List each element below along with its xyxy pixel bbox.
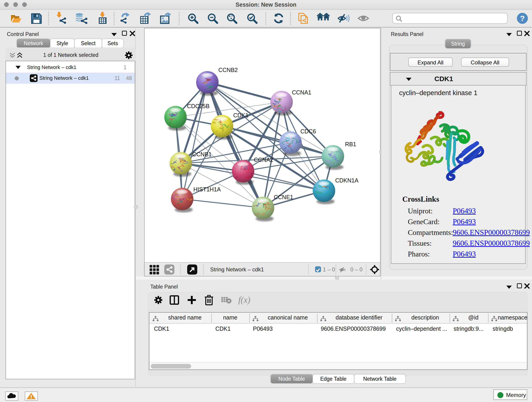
svg-text:CDKN1A: CDKN1A (335, 177, 359, 184)
svg-text:CCNB2: CCNB2 (218, 67, 238, 73)
svg-text:RB1: RB1 (345, 141, 356, 147)
svg-text:HIST1H1A: HIST1H1A (193, 186, 221, 192)
svg-text:CCNA2: CCNA2 (254, 157, 273, 163)
svg-text:CCNA1: CCNA1 (292, 89, 311, 96)
svg-text:CCNE1: CCNE1 (274, 194, 293, 200)
svg-text:CDK1: CDK1 (233, 112, 249, 119)
svg-text:CDC6: CDC6 (300, 128, 316, 134)
svg-text:CDC25B: CDC25B (187, 103, 210, 109)
svg-text:?: ? (520, 14, 525, 23)
svg-text:CCNB1: CCNB1 (192, 151, 212, 157)
